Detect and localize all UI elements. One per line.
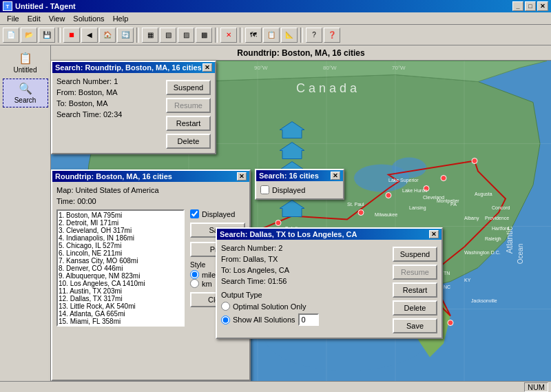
menu-edit[interactable]: Edit bbox=[23, 12, 45, 24]
toolbar-save[interactable]: 💾 bbox=[39, 28, 55, 43]
menu-bar: File Edit View Solutions Help bbox=[0, 12, 551, 25]
toolbar-stop[interactable]: ⏹ bbox=[63, 28, 80, 43]
small-dialog-close[interactable]: ✕ bbox=[331, 172, 340, 180]
menu-view[interactable]: View bbox=[45, 12, 70, 24]
to-label-2: To: bbox=[221, 266, 231, 274]
title-bar-buttons: _ □ ✕ bbox=[512, 1, 548, 11]
search-dialog-2-close[interactable]: ✕ bbox=[429, 230, 439, 238]
svg-text:St. Paul: St. Paul bbox=[347, 202, 364, 207]
svg-text:90°W: 90°W bbox=[254, 65, 268, 71]
svg-text:Albany: Albany bbox=[464, 216, 479, 221]
search-time-value-2: 01:56 bbox=[268, 277, 287, 285]
roundtrip-dialog-title: Roundtrip: Boston, MA, 16 cities ✕ bbox=[52, 171, 249, 182]
minimize-button[interactable]: _ bbox=[512, 1, 523, 11]
search-number-label-2: Search Number: bbox=[221, 244, 276, 252]
search-number-label: Search Number: bbox=[56, 77, 112, 85]
list-item: 15. Miami, FL 358mi bbox=[59, 318, 183, 325]
toolbar-map6[interactable]: 📋 bbox=[263, 28, 280, 43]
toolbar-back[interactable]: ◀ bbox=[81, 28, 98, 43]
toolbar-help2[interactable]: ❓ bbox=[324, 28, 340, 43]
small-dialog-title: Search: 16 cities ✕ bbox=[256, 170, 343, 181]
list-item: 8. Denver, CO 446mi bbox=[59, 265, 183, 272]
search-dialog-1-title: Search: Roundtrip, Boston, MA, 16 cities… bbox=[52, 62, 215, 73]
map-label: Map: bbox=[56, 186, 73, 194]
search-time-label-2: Search Time: bbox=[221, 277, 266, 285]
svg-point-11 bbox=[441, 176, 446, 181]
show-all-input[interactable] bbox=[298, 313, 319, 326]
roundtrip-dialog-close[interactable]: ✕ bbox=[237, 172, 247, 180]
list-item: 1. Boston, MA 795mi bbox=[59, 212, 183, 219]
toolbar-map1[interactable]: ▦ bbox=[142, 28, 158, 43]
toolbar: 📄 📂 💾 ⏹ ◀ 🏠 🔄 ▦ ▧ ▨ ▩ ✕ 🗺 📋 📐 ? ❓ bbox=[0, 25, 551, 45]
toolbar-map7[interactable]: 📐 bbox=[281, 28, 298, 43]
app-icon: T bbox=[3, 1, 12, 11]
small-displayed-checkbox[interactable]: Displayed bbox=[260, 185, 339, 194]
svg-point-14 bbox=[358, 210, 364, 216]
svg-text:Jacksonville: Jacksonville bbox=[471, 298, 497, 303]
displayed-checkbox[interactable]: Displayed bbox=[190, 209, 245, 218]
optimal-label: Optimal Solution Only bbox=[233, 302, 306, 311]
search-dialog-2-body: Search Number: 2 From: Dallas, TX To: Lo… bbox=[217, 240, 441, 338]
optimal-radio[interactable]: Optimal Solution Only bbox=[221, 302, 319, 311]
small-displayed-check-input[interactable] bbox=[260, 185, 269, 194]
toolbar-help1[interactable]: ? bbox=[306, 28, 322, 43]
toolbar-map3[interactable]: ▨ bbox=[178, 28, 194, 43]
toolbar-map5[interactable]: 🗺 bbox=[245, 28, 262, 43]
list-item: 5. Chicago, IL 527mi bbox=[59, 242, 183, 249]
delete-button-2[interactable]: Delete bbox=[393, 300, 437, 316]
toolbar-delete[interactable]: ✕ bbox=[220, 28, 237, 43]
toolbar-new[interactable]: 📄 bbox=[3, 28, 19, 43]
output-type-label: Output Type bbox=[221, 291, 319, 299]
show-all-radio[interactable]: Show All Solutions bbox=[221, 313, 319, 326]
search-dialog-2: Search: Dallas, TX to Los Angeles, CA ✕ … bbox=[216, 227, 443, 339]
svg-text:C a n a d a: C a n a d a bbox=[296, 81, 357, 95]
sidebar-item-search[interactable]: 🔍 Search bbox=[3, 79, 48, 107]
toolbar-map4[interactable]: ▩ bbox=[196, 28, 212, 43]
list-item: 4. Indianapolis, IN 186mi bbox=[59, 234, 183, 242]
save-button-2[interactable]: Save bbox=[393, 318, 437, 333]
svg-text:Milwaukee: Milwaukee bbox=[375, 212, 397, 217]
search-dialog-1-close[interactable]: ✕ bbox=[202, 63, 212, 72]
list-item: 12. Dallas, TX 317mi bbox=[59, 295, 183, 302]
sidebar-item-untitled[interactable]: 📋 Untitled bbox=[3, 48, 48, 77]
svg-text:Augusta: Augusta bbox=[475, 192, 492, 197]
toolbar-open[interactable]: 📂 bbox=[21, 28, 37, 43]
list-item: 6. Lincoln, NE 211mi bbox=[59, 249, 183, 257]
search-time-value: 02:34 bbox=[103, 110, 123, 118]
sidebar-item-search-label: Search bbox=[14, 96, 37, 104]
list-item: 13. Little Rock, AK 540mi bbox=[59, 302, 183, 310]
svg-text:Lake Superior: Lake Superior bbox=[388, 178, 419, 183]
close-button[interactable]: ✕ bbox=[537, 1, 548, 11]
svg-point-10 bbox=[472, 158, 477, 164]
maximize-button[interactable]: □ bbox=[525, 1, 536, 11]
resume-button-2[interactable]: Resume bbox=[393, 265, 437, 280]
toolbar-fwd[interactable]: 🏠 bbox=[99, 28, 116, 43]
svg-point-21 bbox=[448, 320, 453, 326]
list-item: 2. Detroit, MI 171mi bbox=[59, 219, 183, 227]
restart-button-2[interactable]: Restart bbox=[393, 282, 437, 298]
svg-text:Lansing: Lansing bbox=[409, 205, 426, 211]
menu-help[interactable]: Help bbox=[109, 12, 133, 24]
city-listbox[interactable]: 1. Boston, MA 795mi 2. Detroit, MI 171mi… bbox=[56, 209, 185, 327]
toolbar-refresh[interactable]: 🔄 bbox=[117, 28, 134, 43]
title-bar: T Untitled - TAgent _ □ ✕ bbox=[0, 0, 551, 12]
output-type-group: Output Type Optimal Solution Only Show A… bbox=[221, 291, 319, 326]
suspend-button-2[interactable]: Suspend bbox=[393, 247, 437, 262]
sidebar-untitled-icon: 📋 bbox=[19, 52, 32, 65]
list-item: 14. Atlanta, GA 665mi bbox=[59, 310, 183, 318]
restart-button-1[interactable]: Restart bbox=[166, 116, 211, 131]
svg-text:Atlantic: Atlantic bbox=[505, 227, 514, 254]
status-num: NUM bbox=[524, 382, 548, 392]
from-label: From: bbox=[56, 88, 76, 96]
from-label-2: From: bbox=[221, 255, 241, 263]
suspend-button-1[interactable]: Suspend bbox=[166, 80, 211, 95]
displayed-check-input[interactable] bbox=[190, 209, 199, 218]
search-number-value-2: 2 bbox=[278, 244, 282, 252]
menu-solutions[interactable]: Solutions bbox=[69, 12, 108, 24]
toolbar-map2[interactable]: ▧ bbox=[160, 28, 176, 43]
resume-button-1[interactable]: Resume bbox=[166, 98, 211, 113]
menu-file[interactable]: File bbox=[3, 12, 23, 24]
delete-button-1[interactable]: Delete bbox=[166, 134, 211, 149]
svg-text:Montpelier: Montpelier bbox=[437, 198, 459, 204]
svg-text:Washington D.C.: Washington D.C. bbox=[464, 250, 501, 256]
